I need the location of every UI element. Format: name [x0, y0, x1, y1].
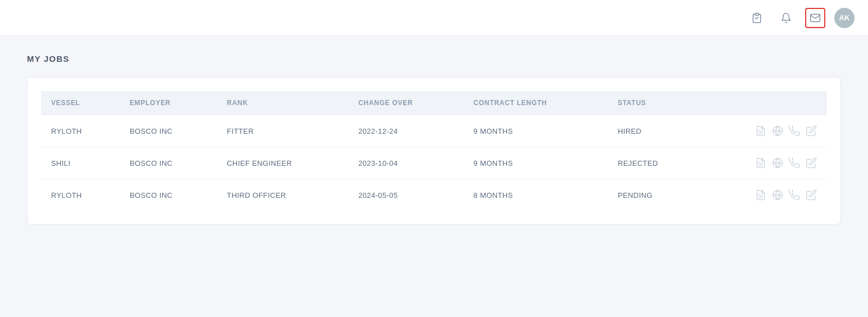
col-employer: EMPLOYER: [120, 91, 217, 115]
document-icon[interactable]: [755, 189, 766, 201]
jobs-table-card: VESSEL EMPLOYER RANK CHANGE OVER CONTRAC…: [27, 77, 841, 225]
cell-contract-length: 9 MONTHS: [463, 115, 607, 147]
row-actions: [711, 189, 817, 201]
cell-actions: [701, 147, 827, 179]
col-actions: [701, 91, 827, 115]
cell-status: PENDING: [607, 179, 701, 211]
edit-icon[interactable]: [806, 189, 817, 201]
navbar: AK: [0, 0, 868, 36]
row-actions: [711, 125, 817, 137]
cell-contract-length: 8 MONTHS: [463, 179, 607, 211]
mail-icon[interactable]: [805, 8, 825, 28]
cell-rank: THIRD OFFICER: [217, 179, 348, 211]
cell-vessel: RYLOTH: [41, 179, 120, 211]
col-status: STATUS: [607, 91, 701, 115]
cell-status: HIRED: [607, 115, 701, 147]
plane-icon[interactable]: [789, 125, 800, 137]
cell-rank: CHIEF ENGINEER: [217, 147, 348, 179]
edit-icon[interactable]: [806, 125, 817, 137]
plane-icon[interactable]: [789, 157, 800, 169]
avatar-initials: AK: [839, 13, 850, 22]
page-title: MY JOBS: [27, 54, 841, 64]
cell-changeover: 2022-12-24: [348, 115, 463, 147]
cell-contract-length: 9 MONTHS: [463, 147, 607, 179]
avatar[interactable]: AK: [834, 8, 855, 28]
row-actions: [711, 157, 817, 169]
header-row: VESSEL EMPLOYER RANK CHANGE OVER CONTRAC…: [41, 91, 827, 115]
cell-employer: BOSCO INC: [120, 115, 217, 147]
clipboard-svg: [751, 12, 762, 24]
cell-changeover: 2024-05-05: [348, 179, 463, 211]
globe-icon[interactable]: [772, 189, 783, 201]
document-icon[interactable]: [755, 125, 766, 137]
cell-employer: BOSCO INC: [120, 179, 217, 211]
cell-employer: BOSCO INC: [120, 147, 217, 179]
globe-icon[interactable]: [772, 125, 783, 137]
table-row: SHILIBOSCO INCCHIEF ENGINEER2023-10-049 …: [41, 147, 827, 179]
cell-actions: [701, 179, 827, 211]
cell-status: REJECTED: [607, 147, 701, 179]
col-rank: RANK: [217, 91, 348, 115]
table-body: RYLOTHBOSCO INCFITTER2022-12-249 MONTHSH…: [41, 115, 827, 211]
page-content: MY JOBS VESSEL EMPLOYER RANK CHANGE OVER…: [0, 36, 868, 243]
cell-changeover: 2023-10-04: [348, 147, 463, 179]
navbar-icons: AK: [747, 8, 855, 28]
cell-vessel: RYLOTH: [41, 115, 120, 147]
cell-vessel: SHILI: [41, 147, 120, 179]
table-header: VESSEL EMPLOYER RANK CHANGE OVER CONTRAC…: [41, 91, 827, 115]
globe-icon[interactable]: [772, 157, 783, 169]
col-changeover: CHANGE OVER: [348, 91, 463, 115]
bell-icon[interactable]: [776, 8, 796, 28]
edit-icon[interactable]: [806, 157, 817, 169]
col-vessel: VESSEL: [41, 91, 120, 115]
jobs-table: VESSEL EMPLOYER RANK CHANGE OVER CONTRAC…: [41, 91, 827, 211]
plane-icon[interactable]: [789, 189, 800, 201]
bell-svg: [780, 12, 792, 24]
col-contract-length: CONTRACT LENGTH: [463, 91, 607, 115]
cell-actions: [701, 115, 827, 147]
cell-rank: FITTER: [217, 115, 348, 147]
table-row: RYLOTHBOSCO INCTHIRD OFFICER2024-05-058 …: [41, 179, 827, 211]
table-row: RYLOTHBOSCO INCFITTER2022-12-249 MONTHSH…: [41, 115, 827, 147]
mail-svg: [810, 12, 821, 24]
svg-rect-0: [755, 13, 759, 15]
document-icon[interactable]: [755, 157, 766, 169]
clipboard-icon[interactable]: [747, 8, 767, 28]
